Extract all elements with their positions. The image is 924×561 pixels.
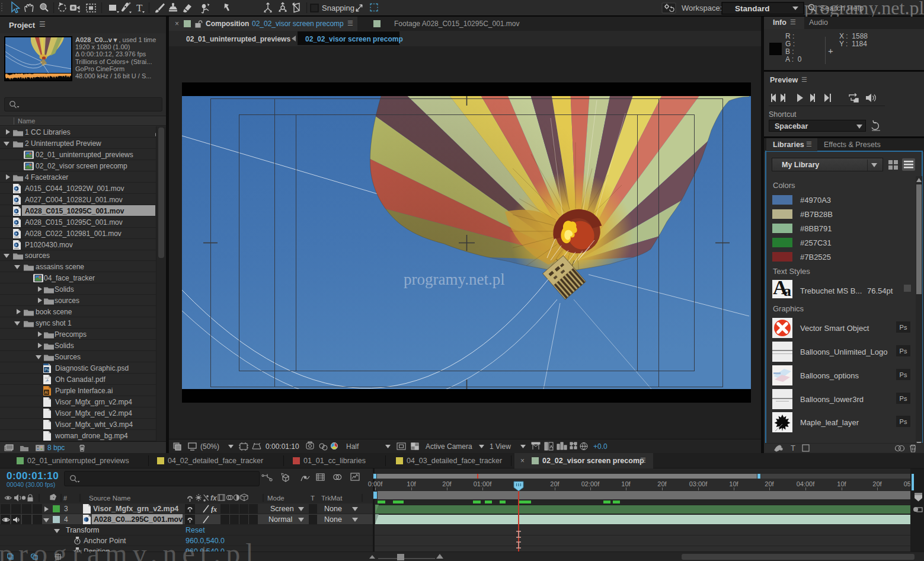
svg-text:T: T bbox=[136, 2, 143, 14]
svg-text:Source Name: Source Name bbox=[89, 495, 130, 502]
svg-text:fx: fx bbox=[211, 505, 217, 513]
svg-text:Ps: Ps bbox=[44, 368, 50, 372]
svg-text:Ai: Ai bbox=[44, 390, 49, 394]
svg-text:Mode: Mode bbox=[267, 495, 284, 502]
svg-text:#: # bbox=[63, 495, 68, 502]
svg-text:Snapping: Snapping bbox=[322, 4, 354, 12]
svg-text:Standard: Standard bbox=[735, 4, 770, 13]
svg-text:TrkMat: TrkMat bbox=[321, 495, 343, 502]
svg-text:fx: fx bbox=[210, 494, 218, 502]
svg-text:T: T bbox=[791, 444, 795, 452]
svg-text:Workspace:: Workspace: bbox=[682, 4, 722, 12]
svg-text:programy.net.pl: programy.net.pl bbox=[404, 270, 505, 288]
svg-text:T: T bbox=[311, 495, 315, 502]
